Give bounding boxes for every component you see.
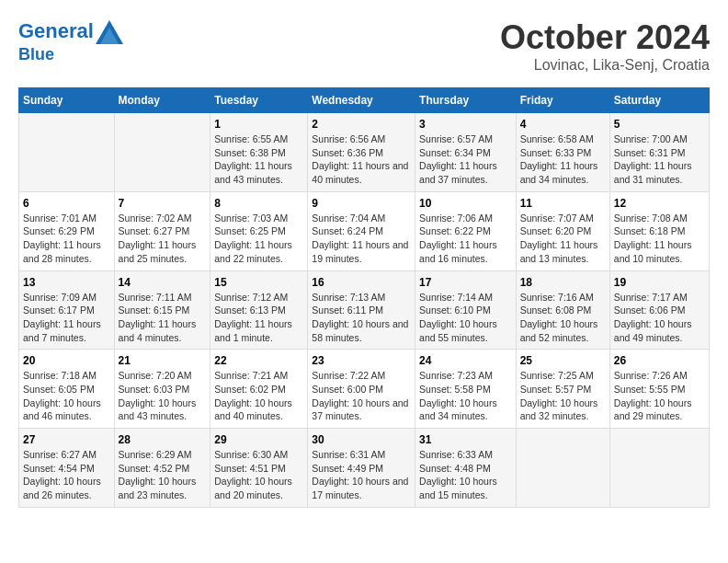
day-info: Sunrise: 7:22 AMSunset: 6:00 PMDaylight:… <box>312 369 411 423</box>
day-info: Sunrise: 6:55 AMSunset: 6:38 PMDaylight:… <box>214 132 303 187</box>
day-number: 31 <box>419 433 512 446</box>
logo: General Blue <box>18 18 123 64</box>
day-info: Sunrise: 6:31 AMSunset: 4:49 PMDaylight:… <box>312 448 411 502</box>
day-info: Sunrise: 7:26 AMSunset: 5:55 PMDaylight:… <box>614 369 705 423</box>
day-header-sunday: Sunday <box>19 88 115 113</box>
day-number: 22 <box>214 354 303 367</box>
day-number: 24 <box>419 354 512 367</box>
day-number: 11 <box>520 197 606 210</box>
calendar-cell <box>19 113 115 192</box>
day-number: 26 <box>614 354 705 367</box>
day-info: Sunrise: 7:16 AMSunset: 6:08 PMDaylight:… <box>520 291 606 345</box>
calendar-cell <box>114 113 210 192</box>
calendar-cell <box>609 429 709 508</box>
calendar-cell: 4Sunrise: 6:58 AMSunset: 6:33 PMDaylight… <box>516 113 609 192</box>
calendar-cell: 9Sunrise: 7:04 AMSunset: 6:24 PMDaylight… <box>308 191 415 270</box>
day-info: Sunrise: 7:18 AMSunset: 6:05 PMDaylight:… <box>23 369 110 423</box>
calendar-cell: 3Sunrise: 6:57 AMSunset: 6:34 PMDaylight… <box>415 113 517 192</box>
day-number: 27 <box>23 433 110 446</box>
day-number: 9 <box>312 197 411 210</box>
calendar-cell: 21Sunrise: 7:20 AMSunset: 6:03 PMDayligh… <box>114 350 210 429</box>
day-info: Sunrise: 7:01 AMSunset: 6:29 PMDaylight:… <box>23 212 110 266</box>
day-number: 4 <box>520 118 606 131</box>
day-info: Sunrise: 6:57 AMSunset: 6:34 PMDaylight:… <box>419 132 512 187</box>
day-header-thursday: Thursday <box>415 88 517 113</box>
day-info: Sunrise: 7:04 AMSunset: 6:24 PMDaylight:… <box>312 212 411 266</box>
calendar-cell: 26Sunrise: 7:26 AMSunset: 5:55 PMDayligh… <box>609 350 709 429</box>
day-number: 14 <box>119 276 207 289</box>
day-info: Sunrise: 6:27 AMSunset: 4:54 PMDaylight:… <box>23 448 110 502</box>
calendar-week-3: 13Sunrise: 7:09 AMSunset: 6:17 PMDayligh… <box>19 270 710 350</box>
day-info: Sunrise: 7:14 AMSunset: 6:10 PMDaylight:… <box>419 291 512 345</box>
day-header-wednesday: Wednesday <box>308 88 415 113</box>
day-number: 3 <box>419 118 512 131</box>
day-info: Sunrise: 6:56 AMSunset: 6:36 PMDaylight:… <box>312 132 411 187</box>
day-number: 2 <box>312 118 411 131</box>
day-number: 18 <box>520 276 606 289</box>
day-info: Sunrise: 7:02 AMSunset: 6:27 PMDaylight:… <box>119 212 207 266</box>
calendar-week-2: 6Sunrise: 7:01 AMSunset: 6:29 PMDaylight… <box>19 191 710 270</box>
day-number: 13 <box>23 276 110 289</box>
day-number: 8 <box>214 197 303 210</box>
day-number: 15 <box>214 276 303 289</box>
day-number: 6 <box>23 197 110 210</box>
calendar-cell: 16Sunrise: 7:13 AMSunset: 6:11 PMDayligh… <box>308 270 415 350</box>
day-info: Sunrise: 7:11 AMSunset: 6:15 PMDaylight:… <box>119 291 207 345</box>
day-info: Sunrise: 7:03 AMSunset: 6:25 PMDaylight:… <box>214 212 303 266</box>
calendar-cell: 8Sunrise: 7:03 AMSunset: 6:25 PMDaylight… <box>210 191 308 270</box>
day-number: 30 <box>312 433 411 446</box>
day-info: Sunrise: 7:12 AMSunset: 6:13 PMDaylight:… <box>214 291 303 345</box>
month-title: October 2024 <box>500 18 710 57</box>
day-number: 7 <box>119 197 207 210</box>
calendar-cell: 1Sunrise: 6:55 AMSunset: 6:38 PMDaylight… <box>210 113 308 192</box>
calendar-cell: 7Sunrise: 7:02 AMSunset: 6:27 PMDaylight… <box>114 191 210 270</box>
day-info: Sunrise: 7:00 AMSunset: 6:31 PMDaylight:… <box>614 132 705 187</box>
calendar-cell: 24Sunrise: 7:23 AMSunset: 5:58 PMDayligh… <box>415 350 517 429</box>
title-block: October 2024 Lovinac, Lika-Senj, Croatia <box>500 18 710 74</box>
day-number: 12 <box>614 197 705 210</box>
day-header-saturday: Saturday <box>609 88 709 113</box>
day-header-monday: Monday <box>114 88 210 113</box>
day-info: Sunrise: 7:20 AMSunset: 6:03 PMDaylight:… <box>119 369 207 423</box>
calendar-cell: 2Sunrise: 6:56 AMSunset: 6:36 PMDaylight… <box>308 113 415 192</box>
day-number: 20 <box>23 354 110 367</box>
day-info: Sunrise: 7:08 AMSunset: 6:18 PMDaylight:… <box>614 212 705 266</box>
day-info: Sunrise: 7:21 AMSunset: 6:02 PMDaylight:… <box>214 369 303 423</box>
calendar-cell: 15Sunrise: 7:12 AMSunset: 6:13 PMDayligh… <box>210 270 308 350</box>
calendar-table: SundayMondayTuesdayWednesdayThursdayFrid… <box>18 87 710 508</box>
day-number: 17 <box>419 276 512 289</box>
location-title: Lovinac, Lika-Senj, Croatia <box>500 57 710 74</box>
calendar-cell <box>516 429 609 508</box>
day-number: 1 <box>214 118 303 131</box>
day-info: Sunrise: 7:09 AMSunset: 6:17 PMDaylight:… <box>23 291 110 345</box>
calendar-cell: 31Sunrise: 6:33 AMSunset: 4:48 PMDayligh… <box>415 429 517 508</box>
calendar-header-row: SundayMondayTuesdayWednesdayThursdayFrid… <box>19 88 710 113</box>
calendar-cell: 23Sunrise: 7:22 AMSunset: 6:00 PMDayligh… <box>308 350 415 429</box>
day-info: Sunrise: 6:33 AMSunset: 4:48 PMDaylight:… <box>419 448 512 502</box>
day-number: 21 <box>119 354 207 367</box>
calendar-cell: 10Sunrise: 7:06 AMSunset: 6:22 PMDayligh… <box>415 191 517 270</box>
calendar-cell: 29Sunrise: 6:30 AMSunset: 4:51 PMDayligh… <box>210 429 308 508</box>
day-info: Sunrise: 7:23 AMSunset: 5:58 PMDaylight:… <box>419 369 512 423</box>
logo-text: General <box>18 18 123 46</box>
calendar-cell: 12Sunrise: 7:08 AMSunset: 6:18 PMDayligh… <box>609 191 709 270</box>
day-number: 23 <box>312 354 411 367</box>
day-number: 19 <box>614 276 705 289</box>
calendar-cell: 25Sunrise: 7:25 AMSunset: 5:57 PMDayligh… <box>516 350 609 429</box>
calendar-cell: 28Sunrise: 6:29 AMSunset: 4:52 PMDayligh… <box>114 429 210 508</box>
page-header: General Blue October 2024 Lovinac, Lika-… <box>18 18 710 74</box>
day-header-tuesday: Tuesday <box>210 88 308 113</box>
calendar-cell: 5Sunrise: 7:00 AMSunset: 6:31 PMDaylight… <box>609 113 709 192</box>
calendar-week-4: 20Sunrise: 7:18 AMSunset: 6:05 PMDayligh… <box>19 350 710 429</box>
day-number: 16 <box>312 276 411 289</box>
calendar-cell: 11Sunrise: 7:07 AMSunset: 6:20 PMDayligh… <box>516 191 609 270</box>
logo-icon <box>96 18 123 46</box>
calendar-cell: 19Sunrise: 7:17 AMSunset: 6:06 PMDayligh… <box>609 270 709 350</box>
calendar-week-5: 27Sunrise: 6:27 AMSunset: 4:54 PMDayligh… <box>19 429 710 508</box>
calendar-cell: 27Sunrise: 6:27 AMSunset: 4:54 PMDayligh… <box>19 429 115 508</box>
day-info: Sunrise: 7:25 AMSunset: 5:57 PMDaylight:… <box>520 369 606 423</box>
day-number: 5 <box>614 118 705 131</box>
day-info: Sunrise: 7:17 AMSunset: 6:06 PMDaylight:… <box>614 291 705 345</box>
day-number: 10 <box>419 197 512 210</box>
day-info: Sunrise: 7:06 AMSunset: 6:22 PMDaylight:… <box>419 212 512 266</box>
